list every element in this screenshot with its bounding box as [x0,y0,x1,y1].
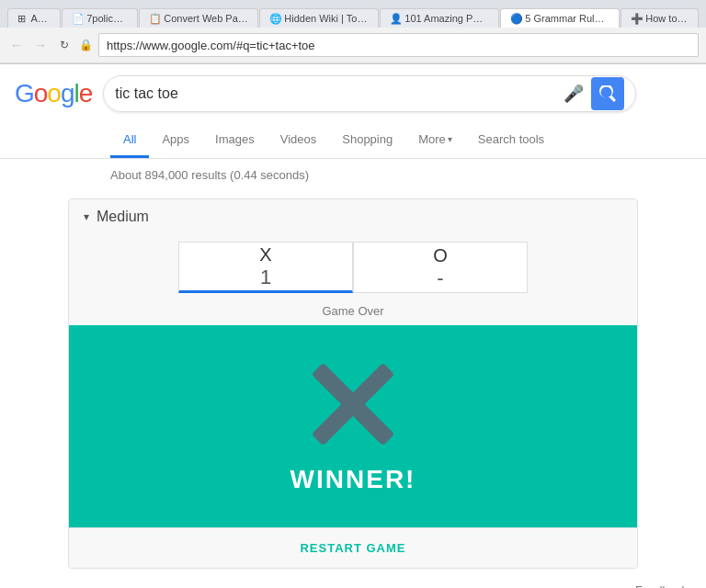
google-page: Google 🎤 All Apps Images Videos Shopping… [0,64,706,588]
nav-more[interactable]: More ▾ [405,123,465,158]
browser-toolbar: ← → ↻ 🔒 [0,28,706,63]
search-nav: All Apps Images Videos Shopping More ▾ S… [0,123,706,159]
chevron-down-icon: ▾ [448,134,452,144]
tab-101[interactable]: 👤 101 Amazing PC / Int... [380,8,499,28]
tab-label-convert: Convert Web Page to... [164,13,248,24]
back-button[interactable]: ← [7,36,26,54]
feedback-area: Feedback [0,576,706,588]
game-status: Game Over [69,300,637,325]
tab-favicon-7policy: 📄 [72,13,83,24]
forward-button[interactable]: → [31,36,50,54]
winner-x-symbol [307,358,399,450]
player-x-label: X [259,244,271,266]
search-button[interactable] [591,77,624,110]
tab-label-wiki: Hidden Wiki | Tor .on... [284,13,369,24]
nav-shopping[interactable]: Shopping [329,123,405,158]
tab-favicon-howto: ➕ [631,13,642,24]
tab-favicon-grammar: 🔵 [510,13,521,24]
feedback-label[interactable]: Feedback [635,583,688,588]
tab-label-grammar: 5 Grammar Rules Tha... [525,13,609,24]
tab-favicon-convert: 📋 [149,13,160,24]
difficulty-label: Medium [97,209,149,225]
google-logo: Google [15,79,92,108]
score-row: X 1 O - [84,242,622,293]
google-header: Google 🎤 [0,64,706,123]
search-icon [599,85,616,102]
refresh-button[interactable]: ↻ [55,36,74,54]
tabs-row: ⊞ Apps 📄 7policyEdit 📋 Convert Web Page … [0,0,706,28]
tab-howto[interactable]: ➕ How to G... [621,8,699,28]
nav-images[interactable]: Images [202,123,268,158]
results-info: About 894,000 results (0.44 seconds) [0,159,706,191]
game-board: WINNER! [69,325,637,527]
tab-favicon-apps: ⊞ [17,13,27,24]
tab-apps[interactable]: ⊞ Apps [7,8,61,28]
ssl-lock-icon: 🔒 [79,39,93,51]
tab-convert[interactable]: 📋 Convert Web Page to... [139,8,258,28]
restart-game-button[interactable]: RESTART GAME [69,527,637,568]
search-box: 🎤 [103,75,636,112]
score-cell-x: X 1 [178,242,353,293]
browser-chrome: ⊞ Apps 📄 7policyEdit 📋 Convert Web Page … [0,0,706,64]
nav-all[interactable]: All [110,123,149,158]
tab-favicon-wiki: 🌐 [269,13,280,24]
more-label: More [418,132,446,146]
tab-hidden-wiki[interactable]: 🌐 Hidden Wiki | Tor .on... [259,8,379,28]
tab-label-howto: How to G... [645,13,689,24]
score-cell-o: O - [353,242,528,293]
score-o-value: - [437,266,443,290]
tab-label-101: 101 Amazing PC / Int... [404,13,489,24]
mic-icon[interactable]: 🎤 [564,84,584,104]
game-widget: ▾ Medium X 1 O - Game Over WINNER! RESTA… [68,198,638,569]
winner-text: WINNER! [290,465,416,494]
tab-favicon-101: 👤 [390,13,401,24]
tab-7policy[interactable]: 📄 7policyEdit [62,8,138,28]
tab-label-apps: Apps [30,13,51,24]
score-x-value: 1 [260,266,271,289]
nav-search-tools[interactable]: Search tools [465,123,557,158]
collapse-button[interactable]: ▾ [84,210,89,223]
search-input[interactable] [115,85,564,102]
nav-videos[interactable]: Videos [268,123,330,158]
tab-grammar[interactable]: 🔵 5 Grammar Rules Tha... [500,8,620,28]
nav-apps[interactable]: Apps [149,123,202,158]
address-bar[interactable] [98,33,699,57]
game-header: ▾ Medium [69,199,637,234]
player-o-label: O [433,245,448,266]
tab-label-7policy: 7policyEdit [86,13,128,24]
